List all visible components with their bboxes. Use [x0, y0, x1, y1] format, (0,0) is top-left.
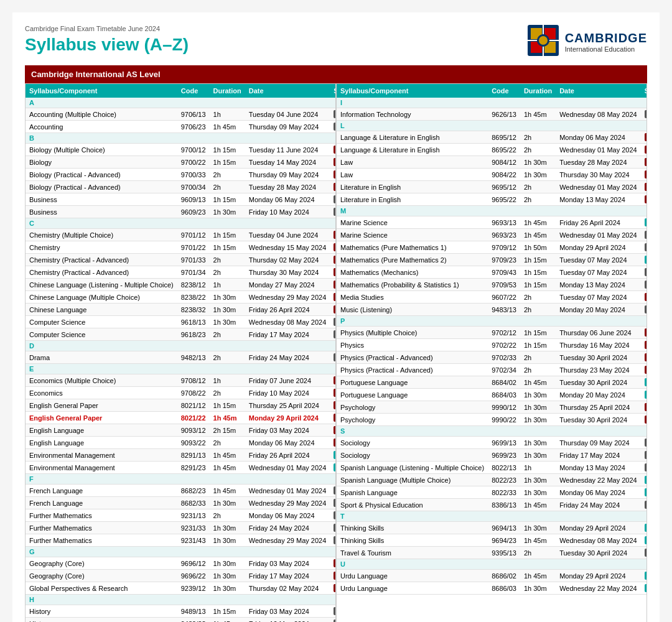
logo-subtitle: International Education [565, 45, 647, 53]
cell-date: Monday 29 April 2024 [556, 570, 641, 582]
letter-row: C [26, 218, 337, 229]
cell-code: 8022/13 [488, 462, 520, 474]
cell-session: AM [330, 509, 337, 522]
cell-component: Economics [26, 387, 177, 399]
cell-duration: 1h 15m [520, 254, 556, 266]
cell-code: 9709/53 [488, 279, 520, 291]
cell-duration: 1h 30m [210, 557, 245, 570]
cell-session: EV [641, 570, 646, 582]
col-header-code-left: Code [177, 84, 210, 98]
cell-duration: 2h [520, 304, 556, 316]
cell-code: 9700/33 [177, 169, 210, 181]
cell-component: Environmental Management [26, 449, 177, 462]
cell-component: Information Technology [337, 108, 488, 121]
cell-date: Friday 24 May 2024 [245, 351, 330, 364]
table-row: Geography (Core)9696/221h 30mFriday 17 M… [26, 570, 337, 582]
cell-component: Law [337, 156, 488, 169]
table-row: Urdu Language8686/031h 30mWednesday 22 M… [337, 582, 646, 595]
cell-date: Tuesday 07 May 2024 [556, 254, 641, 266]
cell-date: Wednesday 08 May 2024 [245, 316, 330, 328]
cell-date: Thursday 25 April 2024 [245, 399, 330, 412]
cell-date: Wednesday 08 May 2024 [556, 534, 641, 547]
table-row: Physics9702/221h 15mThursday 16 May 2024… [337, 339, 646, 351]
cell-duration: 1h 30m [210, 582, 245, 595]
cell-component: Biology (Practical - Advanced) [26, 181, 177, 193]
cell-code: 9695/22 [488, 193, 520, 206]
cell-session: EV [641, 216, 646, 229]
cell-date: Friday 24 May 2024 [245, 522, 330, 534]
letter-row: G [26, 547, 337, 557]
cell-session: PM [330, 229, 337, 241]
cell-component: Law [337, 169, 488, 181]
cell-duration: 1h 45m [210, 121, 245, 133]
cell-code: 9709/23 [488, 254, 520, 266]
col-header-component-left: Syllabus/Component [26, 84, 177, 98]
letter-row: I [337, 98, 646, 108]
letter-row: U [337, 559, 646, 570]
session-badge: EV [645, 378, 646, 386]
letter-row: H [26, 595, 337, 605]
cell-code: 9706/13 [177, 108, 210, 121]
cell-component: Music (Listening) [337, 304, 488, 316]
table-row: Portuguese Language8684/021h 45mTuesday … [337, 376, 646, 389]
cell-date: Wednesday 29 May 2024 [245, 291, 330, 304]
cell-duration: 2h [210, 328, 245, 341]
table-row: Environmental Management8291/131h 45mFri… [26, 449, 337, 462]
table-row: Sport & Physical Education8386/131h 45mF… [337, 499, 646, 511]
cell-code: 9618/13 [177, 316, 210, 328]
cell-code: 9489/13 [177, 605, 210, 618]
cell-duration: 2h [210, 181, 245, 193]
table-row: Further Mathematics9231/132hMonday 06 Ma… [26, 509, 337, 522]
cell-duration: 1h 30m [520, 401, 556, 414]
cell-date: Thursday 09 May 2024 [245, 121, 330, 133]
cell-component: Further Mathematics [26, 522, 177, 534]
cell-component: Thinking Skills [337, 522, 488, 534]
cell-component: French Language [26, 497, 177, 509]
cell-code: 9708/22 [177, 387, 210, 399]
logo-name: CAMBRIDGE [565, 31, 647, 45]
session-badge: AM [645, 549, 646, 557]
cell-component: Computer Science [26, 328, 177, 341]
table-row: Mathematics (Probability & Statistics 1)… [337, 279, 646, 291]
cell-date: Tuesday 30 April 2024 [556, 414, 641, 426]
cell-component: Mathematics (Pure Mathematics 1) [337, 241, 488, 254]
cell-duration: 2h [520, 364, 556, 376]
cell-session: PM [330, 424, 337, 437]
table-row: Biology (Practical - Advanced)9700/332hT… [26, 169, 337, 181]
cell-date: Friday 26 April 2024 [556, 216, 641, 229]
cell-session: PM [330, 570, 337, 582]
cell-code: 9231/33 [177, 522, 210, 534]
session-badge: PM [645, 403, 646, 411]
cell-component: Biology [26, 156, 177, 169]
letter-row: D [26, 341, 337, 351]
cell-session: PM [641, 131, 646, 144]
cell-component: Physics [337, 339, 488, 351]
cell-duration: 1h 30m [210, 534, 245, 547]
cell-component: Spanish Language (Listening - Multiple C… [337, 462, 488, 474]
table-row: Literature in English9695/122hWednesday … [337, 181, 646, 193]
table-row: Spanish Language (Listening - Multiple C… [337, 462, 646, 474]
cell-session: PM [641, 193, 646, 206]
cell-component: Urdu Language [337, 582, 488, 595]
cell-component: Portuguese Language [337, 376, 488, 389]
cell-session: PM [330, 291, 337, 304]
table-row: Sociology9699/231h 30mFriday 17 May 2024… [337, 449, 646, 462]
cell-duration: 1h 15m [210, 241, 245, 254]
cell-session: PM [330, 374, 337, 387]
cell-date: Friday 24 May 2024 [556, 499, 641, 511]
cell-duration: 1h 30m [210, 291, 245, 304]
cell-date: Thursday 09 May 2024 [245, 169, 330, 181]
cell-session: AM [330, 351, 337, 364]
cell-duration: 1h 45m [210, 412, 245, 424]
cell-code: 9700/12 [177, 144, 210, 156]
table-row: Mathematics (Pure Mathematics 1)9709/121… [337, 241, 646, 254]
cell-session: PM [641, 181, 646, 193]
cell-date: Tuesday 30 April 2024 [556, 376, 641, 389]
cell-duration: 2h [210, 254, 245, 266]
letter-row: L [337, 121, 646, 131]
cell-session: EV [641, 582, 646, 595]
cell-date: Friday 10 May 2024 [245, 387, 330, 399]
cell-code: 9231/13 [177, 509, 210, 522]
cell-duration: 2h [210, 387, 245, 399]
cell-duration: 1h 30m [520, 389, 556, 401]
